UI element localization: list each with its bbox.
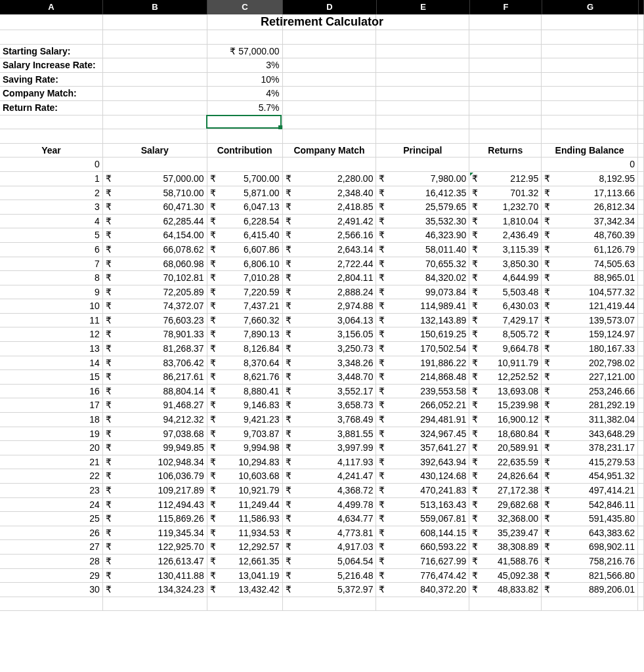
cell-principal[interactable] — [376, 158, 469, 171]
cell-year[interactable]: 13 — [0, 342, 103, 356]
cell-ending[interactable]: ₹821,566.80 — [542, 569, 638, 583]
cell-salary[interactable]: ₹134,324.23 — [103, 583, 207, 597]
cell-company-match[interactable] — [283, 158, 377, 171]
cell-year[interactable]: 18 — [0, 413, 103, 427]
cell-contribution[interactable]: ₹11,934.53 — [207, 526, 283, 540]
cell-salary[interactable]: ₹102,948.34 — [103, 455, 207, 469]
cell[interactable] — [638, 385, 644, 398]
cell-year[interactable]: 0 — [0, 158, 103, 171]
cell[interactable] — [638, 215, 644, 228]
table-header-contribution[interactable]: Contribution — [207, 144, 283, 158]
cell[interactable] — [542, 73, 638, 87]
cell-company-match[interactable]: ₹5,216.48 — [283, 569, 377, 583]
cell-ending[interactable]: ₹311,382.04 — [542, 413, 638, 427]
cell-ending[interactable]: ₹542,846.11 — [542, 498, 638, 512]
cell-ending[interactable]: ₹74,505.63 — [542, 257, 638, 271]
cell[interactable] — [469, 73, 542, 87]
cell[interactable] — [283, 101, 377, 115]
cell-contribution[interactable] — [207, 158, 283, 171]
cell[interactable] — [542, 58, 638, 72]
cell-company-match[interactable]: ₹3,348.26 — [283, 356, 377, 370]
cell-year[interactable]: 4 — [0, 215, 103, 228]
cell[interactable] — [0, 30, 103, 44]
cell[interactable] — [376, 101, 469, 115]
cell-year[interactable]: 25 — [0, 512, 103, 526]
cell-contribution[interactable]: ₹7,010.28 — [207, 271, 283, 285]
cell[interactable] — [638, 413, 644, 427]
param-value[interactable]: 10% — [207, 73, 283, 87]
cell[interactable] — [638, 243, 644, 257]
cell-ending[interactable]: ₹180,167.33 — [542, 342, 638, 356]
cell-company-match[interactable]: ₹2,974.88 — [283, 299, 377, 313]
cell-company-match[interactable]: ₹4,241.47 — [283, 469, 377, 483]
cell[interactable] — [103, 87, 207, 100]
cell[interactable] — [638, 158, 644, 171]
cell[interactable] — [376, 597, 469, 611]
cell-returns[interactable]: ₹24,826.64 — [469, 469, 542, 483]
cell-contribution[interactable]: ₹11,249.44 — [207, 498, 283, 512]
cell-principal[interactable]: ₹324,967.45 — [376, 427, 469, 441]
cell-selected[interactable] — [207, 116, 283, 129]
cell[interactable] — [638, 583, 644, 597]
cell-contribution[interactable]: ₹6,415.40 — [207, 228, 283, 242]
cell-salary[interactable]: ₹126,613.47 — [103, 555, 207, 568]
cell-ending[interactable]: ₹227,121.00 — [542, 370, 638, 384]
cell-returns[interactable]: ₹3,850.30 — [469, 257, 542, 271]
cell-company-match[interactable]: ₹2,804.11 — [283, 271, 377, 285]
cell-salary[interactable]: ₹122,925.70 — [103, 540, 207, 554]
cell[interactable] — [207, 129, 283, 143]
col-header-F[interactable]: F — [470, 0, 542, 14]
cell[interactable] — [638, 144, 644, 158]
cell[interactable] — [207, 30, 283, 44]
param-value[interactable]: 3% — [207, 58, 283, 72]
cell-ending[interactable]: ₹758,216.76 — [542, 555, 638, 568]
cell-returns[interactable]: ₹32,368.00 — [469, 512, 542, 526]
cell-returns[interactable]: ₹27,172.38 — [469, 484, 542, 497]
cell-company-match[interactable]: ₹5,372.97 — [283, 583, 377, 597]
cell[interactable] — [542, 45, 638, 58]
cell[interactable] — [638, 87, 644, 100]
cell[interactable] — [283, 73, 377, 87]
cell-returns[interactable]: ₹10,911.79 — [469, 356, 542, 370]
cell-year[interactable]: 27 — [0, 540, 103, 554]
cell-principal[interactable]: ₹294,481.91 — [376, 413, 469, 427]
cell-contribution[interactable]: ₹8,126.84 — [207, 342, 283, 356]
cell-company-match[interactable]: ₹4,368.72 — [283, 484, 377, 497]
cell[interactable] — [0, 597, 103, 611]
cell-salary[interactable]: ₹97,038.68 — [103, 427, 207, 441]
cell-contribution[interactable]: ₹9,421.23 — [207, 413, 283, 427]
cell[interactable] — [207, 597, 283, 611]
param-value[interactable]: 5.7% — [207, 101, 283, 115]
cell-year[interactable]: 6 — [0, 243, 103, 257]
cell[interactable] — [638, 342, 644, 356]
table-header-year[interactable]: Year — [0, 144, 103, 158]
cell-returns[interactable]: ₹45,092.38 — [469, 569, 542, 583]
cell[interactable] — [638, 526, 644, 540]
cell-contribution[interactable]: ₹8,880.41 — [207, 385, 283, 398]
cell[interactable] — [638, 455, 644, 469]
cell-year[interactable]: 7 — [0, 257, 103, 271]
cell-company-match[interactable]: ₹3,064.13 — [283, 314, 377, 327]
cell-salary[interactable]: ₹57,000.00 — [103, 172, 207, 186]
cell-salary[interactable]: ₹119,345.34 — [103, 526, 207, 540]
cell-principal[interactable]: ₹114,989.41 — [376, 299, 469, 313]
cell[interactable] — [376, 45, 469, 58]
cell-principal[interactable]: ₹660,593.22 — [376, 540, 469, 554]
cell-contribution[interactable]: ₹6,047.13 — [207, 200, 283, 214]
cell[interactable] — [638, 129, 644, 143]
cell-ending[interactable]: ₹591,435.80 — [542, 512, 638, 526]
cell-contribution[interactable]: ₹5,871.00 — [207, 186, 283, 200]
cell-salary[interactable]: ₹83,706.42 — [103, 356, 207, 370]
cell[interactable] — [376, 58, 469, 72]
cell-ending[interactable]: ₹889,206.01 — [542, 583, 638, 597]
cell-year[interactable]: 26 — [0, 526, 103, 540]
cell-salary[interactable]: ₹58,710.00 — [103, 186, 207, 200]
cell-principal[interactable]: ₹191,886.22 — [376, 356, 469, 370]
cell[interactable] — [638, 327, 644, 341]
cell-returns[interactable]: ₹3,115.39 — [469, 243, 542, 257]
cell-year[interactable]: 5 — [0, 228, 103, 242]
cell-returns[interactable]: ₹18,680.84 — [469, 427, 542, 441]
cell-contribution[interactable]: ₹10,603.68 — [207, 469, 283, 483]
cell[interactable] — [638, 498, 644, 512]
col-header-C[interactable]: C — [207, 0, 283, 14]
